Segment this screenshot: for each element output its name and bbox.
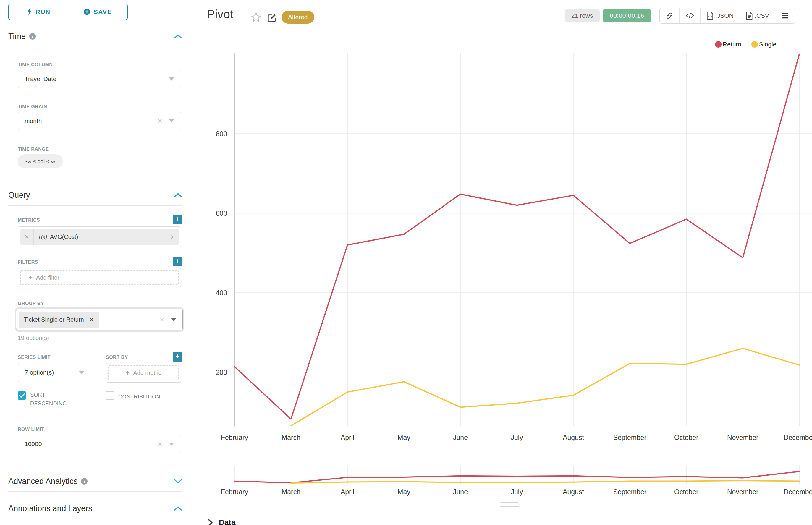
- add-metric-button[interactable]: +: [173, 215, 182, 224]
- add-sort-metric-dropzone[interactable]: + Add metric: [108, 365, 179, 380]
- metrics-control: × ƒ(x) AVG(Cost) ›: [18, 226, 181, 247]
- add-filter-button[interactable]: +: [173, 257, 182, 266]
- copy-link-button[interactable]: [660, 8, 679, 24]
- contribution-checkbox[interactable]: [106, 391, 114, 400]
- svg-text:February: February: [221, 488, 248, 496]
- group-by-options-hint: 19 option(s): [18, 335, 49, 342]
- line-chart: 200400600800FebruaryFebruaryMarchMarchAp…: [194, 35, 812, 508]
- time-range-label: TIME RANGE: [18, 147, 49, 152]
- group-by-label: GROUP BY: [18, 301, 44, 306]
- run-button[interactable]: RUN: [9, 4, 68, 19]
- group-by-chip[interactable]: Ticket Single or Return ✕: [19, 312, 99, 328]
- series-limit-label: SERIES LIMIT: [18, 355, 50, 360]
- export-json-button[interactable]: .JSON: [700, 8, 740, 24]
- lightning-icon: [26, 8, 32, 15]
- filters-control: + Add filter: [18, 268, 181, 287]
- series-limit-value: 7 option(s): [25, 369, 54, 376]
- chevron-right-icon[interactable]: ›: [165, 229, 179, 245]
- row-limit-select[interactable]: 10000 ×: [18, 435, 181, 453]
- chart-actions-toolbar: .JSON .CSV: [660, 8, 795, 24]
- remove-metric-icon[interactable]: ×: [20, 229, 34, 245]
- function-icon: ƒ(x): [39, 234, 47, 240]
- chevron-up-icon[interactable]: [174, 506, 182, 511]
- data-panel-title: Data: [219, 518, 235, 525]
- sort-by-label: SORT BY: [106, 355, 128, 360]
- series-limit-select[interactable]: 7 option(s): [18, 363, 91, 382]
- chevron-down-icon: [169, 442, 174, 446]
- query-section-header[interactable]: Query: [8, 189, 182, 201]
- section-divider: [8, 206, 182, 206]
- sort-by-control: + Add metric: [106, 363, 181, 382]
- chevron-down-icon: [169, 77, 174, 81]
- svg-text:October: October: [674, 488, 698, 496]
- svg-text:May: May: [397, 488, 411, 496]
- hamburger-menu-icon: [781, 12, 789, 19]
- plus-circle-icon: [84, 9, 90, 15]
- section-divider: [8, 47, 182, 47]
- file-chart-icon: [706, 12, 713, 20]
- resize-handle[interactable]: [500, 502, 519, 504]
- contribution-label: CONTRIBUTION: [118, 393, 160, 401]
- chevron-down-icon[interactable]: [174, 479, 182, 484]
- svg-text:July: July: [511, 434, 523, 441]
- metric-chip[interactable]: × ƒ(x) AVG(Cost) ›: [20, 229, 179, 245]
- metric-chip-label: AVG(Cost): [50, 234, 165, 240]
- svg-text:August: August: [563, 434, 584, 441]
- sort-descending-label: SORT DESCENDING: [30, 391, 75, 408]
- time-section-title: Time: [8, 32, 26, 41]
- svg-text:June: June: [453, 434, 468, 441]
- chevron-down-icon: [79, 371, 84, 374]
- info-icon: i: [29, 33, 36, 40]
- advanced-analytics-header[interactable]: Advanced Analytics i: [8, 475, 182, 487]
- row-limit-value: 10000: [25, 440, 42, 448]
- run-button-label: RUN: [36, 8, 50, 15]
- query-section-title: Query: [8, 191, 30, 200]
- file-text-icon: [746, 12, 753, 20]
- star-icon[interactable]: [251, 12, 261, 22]
- remove-chip-icon[interactable]: ✕: [89, 316, 94, 323]
- svg-text:December: December: [784, 434, 812, 441]
- svg-text:March: March: [281, 434, 300, 441]
- svg-text:April: April: [341, 488, 354, 496]
- edit-icon[interactable]: [267, 13, 277, 22]
- chevron-up-icon[interactable]: [174, 192, 182, 198]
- link-icon: [666, 12, 673, 19]
- svg-text:400: 400: [216, 289, 227, 297]
- chevron-up-icon[interactable]: [174, 34, 182, 39]
- clear-icon[interactable]: ×: [158, 117, 162, 125]
- time-column-select[interactable]: Travel Date: [18, 70, 181, 88]
- svg-text:March: March: [281, 488, 300, 496]
- time-section-header[interactable]: Time i: [8, 30, 182, 42]
- svg-text:September: September: [613, 488, 647, 496]
- time-range-pill[interactable]: -∞ ≤ col < ∞: [18, 154, 63, 168]
- chevron-down-icon: [169, 119, 174, 123]
- export-csv-label: .CSV: [755, 12, 769, 19]
- sort-descending-checkbox[interactable]: [18, 391, 26, 400]
- altered-badge[interactable]: Altered: [281, 11, 314, 24]
- time-column-value: Travel Date: [25, 75, 57, 82]
- add-filter-dropzone[interactable]: + Add filter: [20, 270, 179, 285]
- save-button-label: SAVE: [94, 8, 112, 15]
- group-by-select[interactable]: Ticket Single or Return ✕ ×: [16, 309, 183, 330]
- annotations-title: Annotations and Layers: [8, 504, 92, 513]
- svg-text:800: 800: [216, 130, 227, 138]
- save-button[interactable]: SAVE: [68, 4, 127, 19]
- data-panel-toggle[interactable]: Data: [207, 518, 235, 525]
- clear-icon[interactable]: ×: [160, 316, 164, 324]
- code-icon: [685, 12, 694, 19]
- export-csv-button[interactable]: .CSV: [740, 8, 775, 24]
- resize-handle[interactable]: [500, 506, 519, 507]
- time-grain-value: month: [25, 117, 42, 124]
- add-sort-metric-button[interactable]: +: [173, 352, 182, 361]
- annotations-header[interactable]: Annotations and Layers: [8, 502, 182, 514]
- more-options-button[interactable]: [775, 8, 795, 24]
- add-filter-placeholder: Add filter: [36, 274, 59, 281]
- metrics-label: METRICS: [18, 217, 40, 223]
- chart-title: Pivot: [207, 8, 233, 21]
- check-icon: [19, 393, 25, 398]
- svg-text:September: September: [613, 434, 647, 441]
- clear-icon[interactable]: ×: [158, 440, 162, 448]
- time-grain-label: TIME GRAIN: [18, 104, 47, 109]
- time-grain-select[interactable]: month ×: [18, 112, 181, 130]
- embed-code-button[interactable]: [679, 8, 700, 24]
